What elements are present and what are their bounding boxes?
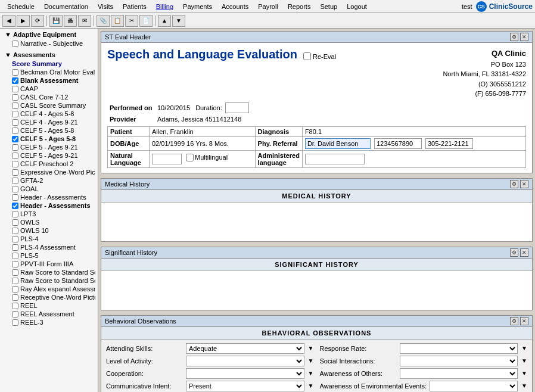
sidebar-item-27[interactable]: Receptive One-Word Pictur...: [2, 293, 95, 301]
sidebar-item-14[interactable]: GOAL: [2, 185, 95, 193]
checkbox-13[interactable]: [12, 178, 18, 184]
checkbox-10[interactable]: [12, 153, 18, 159]
checkbox-3[interactable]: [12, 94, 18, 101]
sidebar-item-2[interactable]: CAAP: [2, 85, 95, 93]
checkbox-14[interactable]: [12, 186, 18, 192]
checkbox-30[interactable]: [12, 319, 18, 326]
sidebar-item-29[interactable]: REEL Assessment: [2, 310, 95, 318]
toolbar-back-btn[interactable]: ◀: [2, 15, 15, 27]
menu-visits[interactable]: Visits: [93, 2, 118, 11]
awareness-env-select[interactable]: [430, 381, 518, 391]
sidebar-item-10[interactable]: CELF 5 - Ages 9-21: [2, 151, 95, 160]
toolbar-print-btn[interactable]: 🖶: [64, 15, 77, 27]
checkbox-15[interactable]: [12, 194, 18, 201]
eval-header-settings-btn[interactable]: ⚙: [510, 33, 518, 41]
multilingual-checkbox[interactable]: [186, 154, 194, 161]
natural-lang-input[interactable]: [152, 154, 182, 164]
sidebar-item-13[interactable]: GFTA-2: [2, 176, 95, 185]
menu-schedule[interactable]: Schedule: [2, 2, 39, 11]
sidebar-item-8[interactable]: CELF 5 - Ages 5-8: [2, 135, 95, 143]
phy-referral-input[interactable]: [305, 138, 371, 149]
toolbar-email-btn[interactable]: ✉: [78, 15, 91, 27]
sidebar-item-23[interactable]: PPVT-III Form IIIA: [2, 260, 95, 268]
sidebar-item-17[interactable]: LPT3: [2, 210, 95, 218]
checkbox-1[interactable]: [12, 77, 18, 84]
eval-header-close-btn[interactable]: ✕: [520, 33, 528, 41]
phone2-input[interactable]: [425, 138, 473, 149]
sidebar-score-summary[interactable]: Score Summary: [2, 60, 95, 68]
sidebar-item-20[interactable]: PLS-4: [2, 235, 95, 243]
checkbox-11[interactable]: [12, 161, 18, 167]
medical-history-textarea[interactable]: [104, 205, 530, 238]
checkbox-19[interactable]: [12, 228, 18, 234]
sidebar-item-11[interactable]: CELF Preschool 2: [2, 160, 95, 168]
toolbar-forward-btn[interactable]: ▶: [17, 15, 30, 27]
sidebar-assessments-header[interactable]: ▼ Assessments: [2, 50, 95, 60]
cooperation-select[interactable]: [186, 368, 304, 379]
sidebar-item-28[interactable]: REEL: [2, 301, 95, 310]
menu-reports[interactable]: Reports: [283, 2, 316, 11]
attending-skills-select[interactable]: Adequate Poor Good: [186, 343, 304, 354]
menu-documentation[interactable]: Documentation: [39, 2, 93, 11]
social-interactions-select[interactable]: [400, 356, 518, 366]
reeval-checkbox[interactable]: [303, 52, 311, 60]
sidebar-item-1[interactable]: Blank Assessment: [2, 76, 95, 85]
sidebar-item-19[interactable]: OWLS 10: [2, 226, 95, 235]
menu-billing[interactable]: Billing: [151, 2, 178, 11]
sidebar-item-18[interactable]: OWLS: [2, 218, 95, 226]
awareness-others-select[interactable]: [400, 368, 518, 379]
sidebar-item-21[interactable]: PLS-4 Assessment: [2, 243, 95, 251]
checkbox-24[interactable]: [12, 269, 18, 276]
sidebar-adaptive-header[interactable]: ▼ Adaptive Equipment: [2, 30, 95, 39]
checkbox-8[interactable]: [12, 136, 18, 142]
checkbox-28[interactable]: [12, 303, 18, 309]
narrative-checkbox[interactable]: [12, 41, 18, 47]
checkbox-16[interactable]: [12, 203, 18, 209]
sidebar-item-24[interactable]: Raw Score to Standard Sco...: [2, 268, 95, 276]
checkbox-17[interactable]: [12, 211, 18, 217]
menu-payments[interactable]: Payments: [178, 2, 217, 11]
checkbox-25[interactable]: [12, 278, 18, 284]
sidebar-item-3[interactable]: CASL Core 7-12: [2, 93, 95, 101]
sidebar-item-narrative[interactable]: Narrative - Subjective: [2, 39, 95, 48]
checkbox-5[interactable]: [12, 111, 18, 117]
toolbar-refresh-btn[interactable]: ⟳: [31, 15, 44, 27]
checkbox-21[interactable]: [12, 244, 18, 251]
duration-input[interactable]: [225, 102, 249, 113]
checkbox-20[interactable]: [12, 236, 18, 242]
sidebar-item-5[interactable]: CELF 4 - Ages 5-8: [2, 110, 95, 118]
sidebar-item-4[interactable]: CASL Score Summary: [2, 101, 95, 110]
medical-history-settings-btn[interactable]: ⚙: [510, 180, 518, 188]
menu-payroll[interactable]: Payroll: [253, 2, 283, 11]
communicative-intent-select[interactable]: Present Absent: [186, 381, 304, 391]
checkbox-4[interactable]: [12, 102, 18, 109]
menu-patients[interactable]: Patients: [118, 2, 151, 11]
significant-history-close-btn[interactable]: ✕: [520, 248, 528, 257]
phone1-input[interactable]: [374, 138, 422, 149]
sidebar-item-26[interactable]: Ray Alex espanol Assessmer...: [2, 285, 95, 293]
level-activity-select[interactable]: [186, 356, 304, 366]
checkbox-29[interactable]: [12, 311, 18, 318]
significant-history-textarea[interactable]: [104, 273, 530, 306]
behavioral-obs-settings-btn[interactable]: ⚙: [510, 317, 518, 325]
sidebar-item-15[interactable]: Header - Assessments: [2, 193, 95, 201]
toolbar-up-btn[interactable]: ▲: [158, 15, 171, 27]
toolbar-down-btn[interactable]: ▼: [172, 15, 185, 27]
checkbox-18[interactable]: [12, 219, 18, 226]
sidebar-item-6[interactable]: CELF 4 - Ages 9-21: [2, 118, 95, 126]
toolbar-paste-btn[interactable]: 📋: [111, 15, 124, 27]
menu-setup[interactable]: Setup: [315, 2, 342, 11]
sidebar-item-0[interactable]: Beckman Oral Motor Evalu...: [2, 68, 95, 76]
sidebar-item-7[interactable]: CELF 5 - Ages 5-8: [2, 126, 95, 135]
checkbox-23[interactable]: [12, 261, 18, 267]
sidebar-item-12[interactable]: Expressive One-Word Pictu...: [2, 168, 95, 176]
checkbox-9[interactable]: [12, 144, 18, 151]
menu-accounts[interactable]: Accounts: [217, 2, 253, 11]
administered-lang-input[interactable]: [305, 154, 365, 164]
checkbox-2[interactable]: [12, 86, 18, 92]
checkbox-22[interactable]: [12, 253, 18, 259]
checkbox-6[interactable]: [12, 119, 18, 126]
checkbox-7[interactable]: [12, 127, 18, 134]
medical-history-close-btn[interactable]: ✕: [520, 180, 528, 188]
toolbar-copy-btn[interactable]: 📄: [139, 15, 153, 27]
